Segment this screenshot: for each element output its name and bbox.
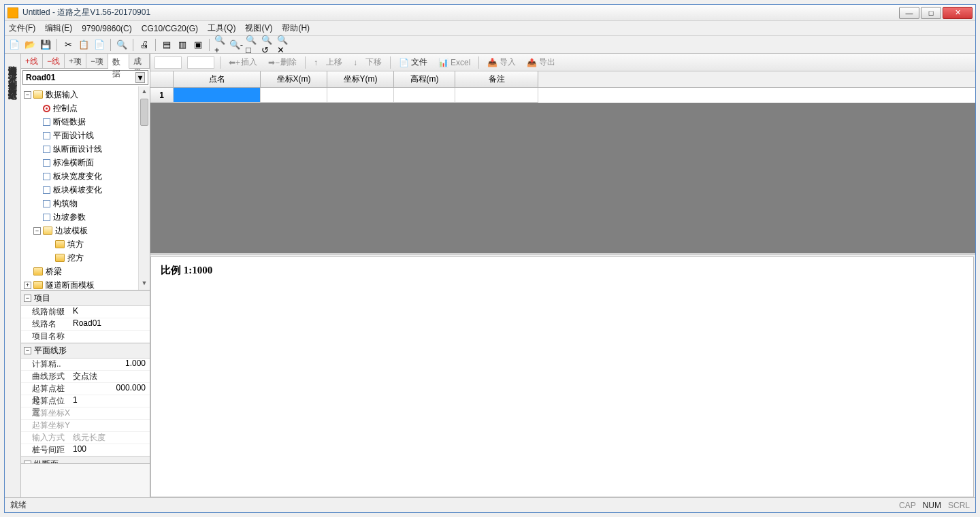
tree-tunnel[interactable]: +隧道断面模板 <box>21 278 150 290</box>
copy-icon[interactable]: 📋 <box>77 38 91 52</box>
col-point-name[interactable]: 点名 <box>174 71 261 87</box>
excel-button[interactable]: 📊Excel <box>436 56 473 69</box>
tree-standard-section[interactable]: 标准横断面 <box>21 156 150 169</box>
scroll-up-icon[interactable]: ▲ <box>139 86 150 98</box>
prop-row[interactable]: 计算精..1.000 <box>21 358 150 371</box>
tree-scrollbar[interactable]: ▲ ▼ <box>138 86 150 290</box>
prop-row[interactable]: 桩号间距100 <box>21 444 150 456</box>
zoom-clear-icon[interactable]: 🔍✕ <box>276 38 290 52</box>
grid-corner[interactable] <box>150 71 174 87</box>
row-header[interactable]: 1 <box>150 88 174 103</box>
scroll-thumb[interactable] <box>140 99 148 126</box>
zoom-in-icon[interactable]: 🔍+ <box>214 38 227 52</box>
small-combo[interactable] <box>154 56 182 69</box>
tab-road-design[interactable]: 道路测设 <box>5 55 20 63</box>
tree-cut[interactable]: 挖方 <box>21 251 150 265</box>
tab-data[interactable]: 数据 <box>108 54 129 69</box>
tree-bridge[interactable]: 桥梁 <box>21 265 150 278</box>
prop-row[interactable]: 起算坐标Y <box>21 420 150 432</box>
cut-icon[interactable]: ✂ <box>61 38 75 52</box>
prop-row[interactable]: 起算点桩号000.000 <box>21 383 150 395</box>
new-icon[interactable]: 📄 <box>7 38 21 52</box>
chevron-down-icon[interactable]: ▾ <box>135 72 145 83</box>
maximize-button[interactable]: □ <box>921 7 941 19</box>
tab-result[interactable]: 成果 <box>129 54 150 68</box>
paste-icon[interactable]: 📄 <box>93 38 106 52</box>
prop-row[interactable]: 起算坐标X <box>21 407 150 420</box>
save-icon[interactable]: 💾 <box>39 38 52 52</box>
menu-help[interactable]: 帮助(H) <box>282 22 310 34</box>
tab-control-survey[interactable]: 控制测量 <box>5 71 20 80</box>
road-select[interactable]: Road01 ▾ <box>22 70 148 85</box>
insert-button[interactable]: ⬅+插入 <box>226 55 260 69</box>
menu-file[interactable]: 文件(F) <box>9 22 35 34</box>
close-button[interactable]: ✕ <box>943 7 973 19</box>
tab-plus-item[interactable]: +项 <box>65 54 86 68</box>
tab-minus-item[interactable]: −项 <box>86 54 108 68</box>
grid-cell[interactable] <box>327 88 394 103</box>
find-icon[interactable]: 🔍 <box>115 38 129 52</box>
prop-row[interactable]: 项目名称 <box>21 331 150 343</box>
col-coord-x[interactable]: 坐标X(m) <box>261 71 327 87</box>
prop-row[interactable]: 曲线形式交点法 <box>21 371 150 383</box>
tree-structure[interactable]: 构筑物 <box>21 197 150 210</box>
file-button[interactable]: 📄文件 <box>396 55 430 69</box>
app-icon <box>7 7 18 18</box>
grid-cell[interactable] <box>394 88 455 103</box>
tree-width-change[interactable]: 板块宽度变化 <box>21 169 150 183</box>
menu-tool[interactable]: 工具(Q) <box>208 22 235 34</box>
print-icon[interactable]: 🖨 <box>137 38 151 52</box>
titlebar[interactable]: Untitled - 道路之星V1.56-20170901 — □ ✕ <box>5 5 975 21</box>
prop-row[interactable]: 线路名Road01 <box>21 318 150 331</box>
tree-slope-template[interactable]: −边坡模板 <box>21 224 150 237</box>
zoom-reset-icon[interactable]: 🔍↺ <box>261 38 274 52</box>
grid-row[interactable]: 1 <box>150 88 975 103</box>
col-elevation[interactable]: 高程(m) <box>394 71 455 87</box>
prop-group-profile[interactable]: −纵断面 <box>21 456 150 463</box>
layout1-icon[interactable]: ▤ <box>160 38 174 52</box>
prop-group-plan[interactable]: −平面线形 <box>21 343 150 358</box>
prop-group-project[interactable]: −项目 <box>21 290 150 306</box>
tree-profile-line[interactable]: 纵断面设计线 <box>21 142 150 156</box>
zoom-out-icon[interactable]: 🔍- <box>229 38 243 52</box>
prop-row[interactable]: 输入方式线元长度 <box>21 432 150 444</box>
tab-plus-line[interactable]: +线 <box>21 54 43 68</box>
insert-icon: ⬅+ <box>229 58 238 67</box>
col-remark[interactable]: 备注 <box>455 71 538 87</box>
export-button[interactable]: 📤导出 <box>524 55 558 69</box>
menu-9790[interactable]: 9790/9860(C) <box>82 24 131 33</box>
zoom-fit-icon[interactable]: 🔍□ <box>245 38 259 52</box>
tab-minus-line[interactable]: −线 <box>43 54 65 68</box>
scroll-down-icon[interactable]: ▼ <box>139 278 150 290</box>
minimize-button[interactable]: — <box>899 7 919 19</box>
prop-row[interactable]: 起算点位置1 <box>21 395 150 407</box>
menu-cg10[interactable]: CG10/CG20(G) <box>142 24 198 33</box>
tree-root[interactable]: −数据输入 <box>21 88 150 101</box>
tab-level-record[interactable]: 水准记录 <box>5 63 20 71</box>
delete-button[interactable]: ➡−删除 <box>265 55 299 69</box>
grid-cell[interactable] <box>261 88 327 103</box>
import-button[interactable]: 📥导入 <box>485 55 519 69</box>
folder-icon <box>55 254 65 262</box>
menu-view[interactable]: 视图(V) <box>245 22 272 34</box>
data-grid[interactable]: 点名 坐标X(m) 坐标Y(m) 高程(m) 备注 1 <box>150 71 975 255</box>
grid-cell[interactable] <box>455 88 538 103</box>
move-up-button[interactable]: ↑上移 <box>311 55 345 69</box>
small-combo[interactable] <box>187 56 214 69</box>
move-down-button[interactable]: ↓下移 <box>350 55 385 69</box>
menu-edit[interactable]: 编辑(E) <box>45 22 72 34</box>
grid-cell-selected[interactable] <box>174 88 261 103</box>
layout2-icon[interactable]: ▥ <box>176 38 189 52</box>
tab-data-record[interactable]: 数据记录 <box>5 80 20 88</box>
tree-crossslope-change[interactable]: 板块横坡变化 <box>21 183 150 197</box>
prop-row[interactable]: 线路前缀K <box>21 306 150 318</box>
tree-plan-line[interactable]: 平面设计线 <box>21 129 150 142</box>
open-icon[interactable]: 📂 <box>23 38 37 52</box>
tree-fill[interactable]: 填方 <box>21 237 150 251</box>
tree-slope-param[interactable]: 边坡参数 <box>21 210 150 224</box>
col-coord-y[interactable]: 坐标Y(m) <box>327 71 394 87</box>
layout3-icon[interactable]: ▣ <box>191 38 205 52</box>
tree-control-point[interactable]: 控制点 <box>21 101 150 115</box>
tree-break-chain[interactable]: 断链数据 <box>21 115 150 129</box>
preview-pane[interactable]: 比例 1:1000 <box>150 256 974 497</box>
